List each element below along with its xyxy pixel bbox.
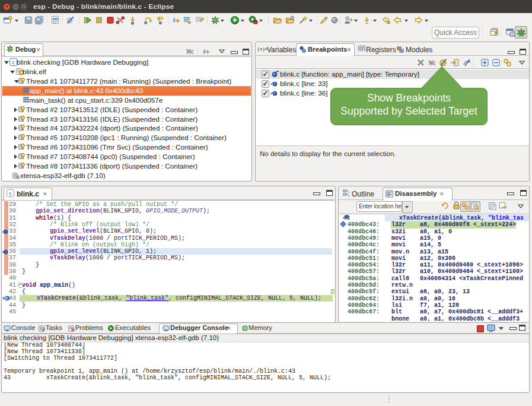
svg-text:C: C xyxy=(511,33,514,36)
svg-text:i: i xyxy=(203,48,205,55)
svg-text:888: 888 xyxy=(53,17,58,21)
svg-text:i: i xyxy=(173,16,176,23)
svg-text:c: c xyxy=(12,60,15,66)
svg-text:c: c xyxy=(9,191,12,197)
